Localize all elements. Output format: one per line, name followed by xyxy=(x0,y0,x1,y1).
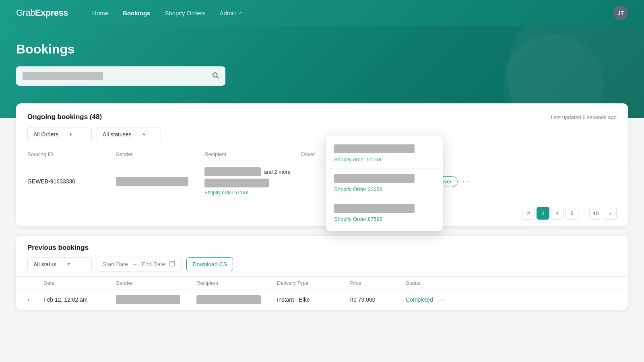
sender-block xyxy=(116,177,188,186)
more-actions-button[interactable]: ··· xyxy=(462,177,471,186)
previous-title: Previous bookings xyxy=(27,244,89,252)
popup-divider-2 xyxy=(326,198,443,198)
shopify-dropdown-popup: Shopify order 51168 Shopify Order 32658 … xyxy=(326,136,443,231)
col-recipient: Recipient xyxy=(204,151,301,157)
popup-item-2-label[interactable]: Shopify Order 32658 xyxy=(326,186,443,196)
previous-filters: All status ▾ Start Date → End Date Downl xyxy=(16,257,628,276)
page-10-button[interactable]: 10 xyxy=(589,207,602,220)
booking-id: GEWEB-91633330 xyxy=(27,178,116,185)
ongoing-bookings-card: Ongoing bookings (48) Last updated 6 sec… xyxy=(16,103,628,226)
next-page-button[interactable]: › xyxy=(604,207,617,220)
ongoing-table-header: Booking ID Sender Recipient Driver Price… xyxy=(16,148,628,160)
recipient-cell: and 2 more Shopify order 51168 xyxy=(204,167,301,195)
popup-item-3-label[interactable]: Shopify Order 87596 xyxy=(326,216,443,226)
recipient-block-1 xyxy=(204,167,261,176)
expand-row-button[interactable]: › xyxy=(27,296,43,303)
avatar[interactable]: JT xyxy=(613,6,628,20)
page-4-button[interactable]: 4 xyxy=(551,207,564,220)
page-2-button[interactable]: 2 xyxy=(522,207,535,220)
page-title: Bookings xyxy=(16,42,628,57)
page-3-button[interactable]: 3 xyxy=(537,207,549,220)
popup-item-2[interactable] xyxy=(326,170,443,186)
calendar-icon xyxy=(169,260,175,268)
col-expand xyxy=(27,280,43,286)
pagination: 2 3 4 5 ··· 10 › xyxy=(16,202,628,226)
prev-sender-block xyxy=(116,295,180,304)
all-status-filter[interactable]: All status ▾ xyxy=(27,257,92,271)
col-date: Date xyxy=(43,280,116,286)
ongoing-title: Ongoing bookings (48) xyxy=(27,113,102,121)
nav-bookings[interactable]: Bookings xyxy=(123,10,150,16)
nav-links: Home Bookings Shopify Orders Admin ↗ xyxy=(92,10,613,16)
table-row: GEWEB-91633330 and 2 more Shopify order … xyxy=(16,160,628,202)
previous-bookings-card: Previous bookings All status ▾ Start Dat… xyxy=(16,236,628,310)
recipient-block-2 xyxy=(204,179,269,187)
col-sender: Sender xyxy=(116,151,204,157)
prev-status-cell: Completed ··· xyxy=(406,296,478,304)
row-date: Feb 12, 12:02 am xyxy=(43,296,116,303)
popup-item-1-block xyxy=(334,144,415,153)
prev-sender-cell xyxy=(116,295,196,304)
previous-card-header: Previous bookings xyxy=(16,236,628,257)
date-range-picker[interactable]: Start Date → End Date xyxy=(97,257,182,272)
completed-status-badge: Completed xyxy=(406,296,433,303)
chevron-down-icon: ▾ xyxy=(70,132,72,137)
search-icon[interactable] xyxy=(212,72,219,81)
col-prev-status: Status xyxy=(406,280,478,286)
shopify-order-link[interactable]: Shopify order 51168 xyxy=(204,190,301,195)
chevron-down-icon-3: ▾ xyxy=(68,261,70,267)
all-orders-filter[interactable]: All Orders ▾ xyxy=(27,128,92,141)
popup-item-1[interactable] xyxy=(326,140,443,156)
svg-rect-2 xyxy=(170,261,175,266)
start-date-label: Start Date xyxy=(103,261,128,267)
navbar: GrabExpress Home Bookings Shopify Orders… xyxy=(0,0,644,26)
search-bar[interactable] xyxy=(16,66,225,86)
prev-more-actions-button[interactable]: ··· xyxy=(438,296,446,304)
external-link-icon: ↗ xyxy=(238,10,242,16)
col-prev-sender: Sender xyxy=(116,280,196,286)
delivery-type-cell: Instant - Bike xyxy=(277,296,349,303)
main-content: Ongoing bookings (48) Last updated 6 sec… xyxy=(0,103,644,310)
end-date-label: End Date xyxy=(142,261,165,267)
ongoing-filters: All Orders ▾ All statuses ▾ xyxy=(16,128,628,148)
all-statuses-filter[interactable]: All statuses ▾ xyxy=(97,128,161,141)
last-updated: Last updated 6 seconds ago xyxy=(551,114,617,120)
search-input-placeholder xyxy=(23,72,103,80)
sender-cell xyxy=(116,177,204,186)
chevron-down-icon-2: ▾ xyxy=(143,132,145,137)
prev-price-cell: Rp 79,000 xyxy=(349,296,406,303)
popup-item-3[interactable] xyxy=(326,200,443,216)
page-5-button[interactable]: 5 xyxy=(566,207,578,220)
svg-line-1 xyxy=(217,76,218,78)
brand-name-part2: Express xyxy=(35,8,68,18)
ongoing-card-header: Ongoing bookings (48) Last updated 6 sec… xyxy=(16,103,628,128)
prev-recipient-block xyxy=(196,295,261,304)
brand-name-part1: Grab xyxy=(16,8,35,18)
brand-logo[interactable]: GrabExpress xyxy=(16,8,68,18)
col-booking-id: Booking ID xyxy=(27,151,116,157)
col-prev-price: Price xyxy=(349,280,406,286)
popup-item-2-block xyxy=(334,174,415,183)
nav-home[interactable]: Home xyxy=(92,10,108,16)
download-csv-button[interactable]: Download CS xyxy=(186,257,233,271)
popup-item-3-block xyxy=(334,204,415,213)
popup-divider-1 xyxy=(326,168,443,169)
popup-item-1-label[interactable]: Shopify order 51168 xyxy=(326,156,443,167)
col-delivery-type: Delivery Type xyxy=(277,280,349,286)
prev-recipient-cell xyxy=(196,295,277,304)
and-more-label: and 2 more xyxy=(264,169,291,175)
pagination-ellipsis: ··· xyxy=(580,210,588,216)
nav-admin[interactable]: Admin ↗ xyxy=(219,10,242,16)
previous-table-header: Date Sender Recipient Delivery Type Pric… xyxy=(16,276,628,289)
date-arrow-icon: → xyxy=(132,261,138,267)
col-prev-recipient: Recipient xyxy=(196,280,277,286)
table-row: › Feb 12, 12:02 am Instant - Bike Rp 79,… xyxy=(16,289,628,310)
nav-shopify-orders[interactable]: Shopify Orders xyxy=(165,10,205,16)
